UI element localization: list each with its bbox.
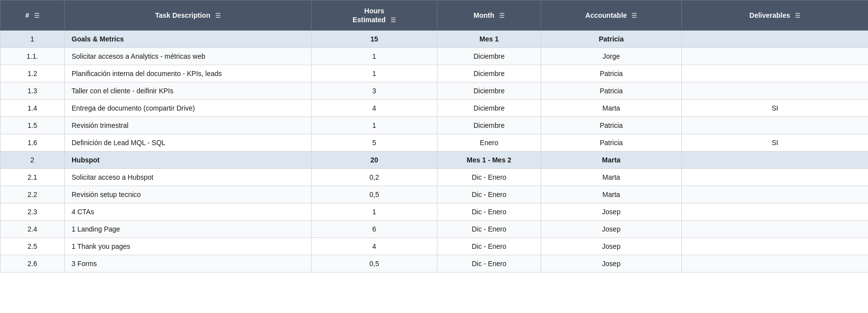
cell-deliverables [682,186,868,203]
cell-deliverables: SI [682,100,868,117]
cell-month: Dic - Enero [437,221,541,238]
cell-num: 2.3 [0,203,65,221]
cell-task: Hubspot [65,152,312,169]
table-row: 1.2Planificación interna del documento -… [0,65,868,82]
cell-num: 1.4 [0,100,65,117]
cell-hours: 4 [312,100,437,117]
task-table: # ☰ Task Description ☰ HoursEstimated ☰ … [0,0,868,273]
cell-month: Dic - Enero [437,255,541,273]
cell-task: Revisión trimestral [65,117,312,134]
cell-deliverables [682,31,868,48]
cell-deliverables [682,82,868,100]
cell-num: 2.1 [0,169,65,186]
cell-num: 1.6 [0,134,65,152]
cell-num: 1.3 [0,82,65,100]
cell-deliverables [682,238,868,255]
header-deliverables: Deliverables ☰ [682,0,868,31]
table-row: 1.1.Solicitar accesos a Analytics - métr… [0,48,868,65]
cell-month: Diciembre [437,100,541,117]
cell-month: Mes 1 [437,31,541,48]
cell-deliverables: SI [682,134,868,152]
cell-hours: 1 [312,48,437,65]
cell-hours: 1 [312,65,437,82]
cell-deliverables [682,221,868,238]
filter-icon-month[interactable]: ☰ [499,12,505,20]
cell-hours: 4 [312,238,437,255]
table-header-row: # ☰ Task Description ☰ HoursEstimated ☰ … [0,0,868,31]
table-row: 2.51 Thank you pages4Dic - EneroJosep [0,238,868,255]
cell-month: Dic - Enero [437,238,541,255]
cell-num: 1.5 [0,117,65,134]
table-row: 2.1Solicitar acceso a Hubspot0,2Dic - En… [0,169,868,186]
cell-month: Mes 1 - Mes 2 [437,152,541,169]
cell-task: 1 Landing Page [65,221,312,238]
cell-accountable: Marta [541,100,682,117]
cell-month: Diciembre [437,48,541,65]
table-row: 1.4Entrega de documento (compartir Drive… [0,100,868,117]
cell-deliverables [682,255,868,273]
cell-deliverables [682,117,868,134]
cell-task: Solicitar accesos a Analytics - métricas… [65,48,312,65]
table-row: 1.5Revisión trimestral1DiciembrePatricia [0,117,868,134]
cell-deliverables [682,203,868,221]
cell-task: Planificación interna del documento - KP… [65,65,312,82]
header-hours-label: HoursEstimated [353,7,386,24]
cell-accountable: Josep [541,255,682,273]
cell-accountable: Josep [541,221,682,238]
filter-icon-accountable[interactable]: ☰ [631,12,637,20]
table-row: 2.34 CTAs1Dic - EneroJosep [0,203,868,221]
cell-accountable: Josep [541,238,682,255]
table-row: 2.63 Forms0,5Dic - EneroJosep [0,255,868,273]
header-month: Month ☰ [437,0,541,31]
cell-task: 1 Thank you pages [65,238,312,255]
table-row: 2.2Revisión setup tecnico0,5Dic - EneroM… [0,186,868,203]
cell-accountable: Marta [541,152,682,169]
cell-hours: 0,2 [312,169,437,186]
cell-hours: 20 [312,152,437,169]
header-num: # ☰ [0,0,65,31]
cell-num: 2 [0,152,65,169]
cell-deliverables [682,48,868,65]
cell-task: Taller con el cliente - deifinir KPIs [65,82,312,100]
cell-month: Dic - Enero [437,203,541,221]
cell-month: Dic - Enero [437,169,541,186]
filter-icon-task[interactable]: ☰ [215,12,221,20]
cell-task: 4 CTAs [65,203,312,221]
cell-accountable: Marta [541,186,682,203]
cell-num: 2.5 [0,238,65,255]
cell-month: Diciembre [437,117,541,134]
cell-hours: 5 [312,134,437,152]
table-row: 2Hubspot20Mes 1 - Mes 2Marta [0,152,868,169]
filter-icon-hours[interactable]: ☰ [391,17,396,25]
cell-num: 2.2 [0,186,65,203]
cell-num: 1.2 [0,65,65,82]
cell-hours: 0,5 [312,255,437,273]
cell-num: 2.4 [0,221,65,238]
cell-hours: 1 [312,203,437,221]
filter-icon-num[interactable]: ☰ [34,12,39,20]
cell-deliverables [682,65,868,82]
cell-num: 2.6 [0,255,65,273]
cell-task: 3 Forms [65,255,312,273]
cell-month: Enero [437,134,541,152]
cell-hours: 6 [312,221,437,238]
table-row: 1Goals & Metrics15Mes 1Patricia [0,31,868,48]
cell-accountable: Josep [541,203,682,221]
cell-task: Entrega de documento (compartir Drive) [65,100,312,117]
cell-hours: 1 [312,117,437,134]
cell-accountable: Jorge [541,48,682,65]
cell-num: 1 [0,31,65,48]
table-body: 1Goals & Metrics15Mes 1Patricia1.1.Solic… [0,31,868,273]
cell-task: Solicitar acceso a Hubspot [65,169,312,186]
cell-accountable: Patricia [541,134,682,152]
cell-month: Diciembre [437,82,541,100]
cell-hours: 15 [312,31,437,48]
filter-icon-deliverables[interactable]: ☰ [795,12,800,20]
cell-deliverables [682,169,868,186]
cell-accountable: Patricia [541,82,682,100]
cell-task: Definición de Lead MQL - SQL [65,134,312,152]
cell-hours: 0,5 [312,186,437,203]
table-row: 1.6Definición de Lead MQL - SQL5EneroPat… [0,134,868,152]
cell-task: Revisión setup tecnico [65,186,312,203]
cell-accountable: Marta [541,169,682,186]
